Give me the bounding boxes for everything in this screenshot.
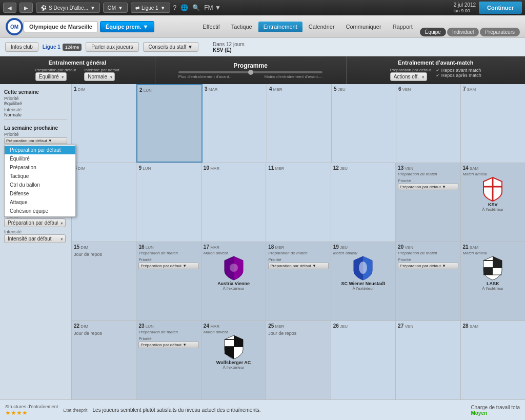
day-21: 21 SAM Match amical LA [461, 242, 525, 321]
globe-icon[interactable]: 🌐 [180, 4, 188, 11]
prog-title: Programme [233, 62, 268, 69]
prep-group: Préparation par défaut Équilibré [35, 68, 76, 81]
day-15: 15 DIM Jour de repos [72, 242, 136, 321]
training-header: Entraînement général Préparation par déf… [0, 56, 525, 84]
chevron-icon: ▼ [90, 5, 95, 11]
dropdown-item-2[interactable]: Préparation [5, 163, 75, 172]
tab-communiquer[interactable]: Communiquer [341, 22, 387, 32]
lask-shield [463, 255, 523, 281]
prog-right-label: Moins d'entraînement d'avant-... [265, 74, 323, 79]
day-9: 9 LUN [136, 163, 201, 242]
avant-title: Entraînement d'avant-match [398, 59, 473, 66]
three-priority-select[interactable]: Préparation par défaut [4, 218, 66, 227]
day-13-content: Préparation de match Priorité Préparatio… [398, 172, 458, 190]
tab-rapport[interactable]: Rapport [388, 22, 418, 32]
dropdown-item-6[interactable]: Attaque [5, 198, 75, 207]
current-week-label: Cette semaine [4, 89, 67, 95]
avant-prep-label: Préparation par défaut [390, 68, 431, 72]
tab-calendrier[interactable]: Calendrier [304, 22, 340, 32]
structures-label: Structures d'entraînement [5, 404, 58, 409]
day-4: 4 MER [267, 84, 332, 163]
workload-label: Charge de travail tota [471, 405, 520, 410]
dropdown-item-1[interactable]: Équilibré [5, 154, 75, 163]
day-14-content: Match amical KSV À l'extérieur [463, 172, 523, 212]
team-prem-button[interactable]: Équipe prem. ▼ [100, 21, 154, 32]
league-name: Ligue 1 [43, 44, 60, 50]
help-icon[interactable]: ? [173, 4, 177, 11]
calendar-row-2: 8 DIM 9 LUN 10 MAR 11 MER 12 JEU 13 VEN … [72, 163, 525, 242]
general-title: Entraînement général [49, 59, 106, 66]
club-logo: OM [5, 17, 24, 36]
prog-slider[interactable] [178, 71, 323, 73]
competition-selector[interactable]: OM ▼ [103, 3, 128, 13]
wiener-shield [333, 255, 393, 281]
calendar-sidebar: Cette semaine Priorité Équilibré Intensi… [0, 84, 72, 399]
current-week-section: Cette semaine Priorité Équilibré Intensi… [4, 87, 67, 120]
day-19-content: Match amical SC Wiener Neustadt À l'exté… [333, 251, 393, 291]
three-priority-select-wrap: Préparation par défaut [4, 218, 66, 227]
day-20-content: Préparation de match Priorité Préparatio… [398, 251, 458, 269]
infos-club-button[interactable]: Infos club [5, 42, 38, 52]
day-1: 1 DIM [72, 84, 136, 163]
day-17: 17 MAR Match amical Austria Vienne À l'e… [201, 242, 266, 321]
next-priority-select[interactable]: Préparation par défaut ▼ [4, 137, 67, 144]
day-13-select[interactable]: Préparation par défaut ▼ [398, 184, 458, 190]
day-23-select[interactable]: Préparation par défaut ▼ [138, 342, 198, 348]
prep-select-wrap: Équilibré [35, 72, 67, 81]
day-18-select[interactable]: Préparation par défaut ▼ [268, 263, 328, 269]
back-button[interactable]: ◀ [3, 3, 16, 13]
search-icon[interactable]: 🔍 [192, 4, 200, 11]
current-priority-label: Priorité [4, 96, 67, 101]
day-21-content: Match amical LASK À l'extérieur [463, 251, 523, 291]
structures-section: Structures d'entraînement ★★★★ [5, 404, 58, 416]
dropdown-item-3[interactable]: Tactique [5, 172, 75, 181]
tab-entrainement[interactable]: Entraînement [258, 22, 302, 32]
position-badge: 12ème [63, 44, 82, 51]
main-area: Cette semaine Priorité Équilibré Intensi… [0, 84, 525, 399]
continue-button[interactable]: Continuer [479, 2, 522, 14]
team-selector[interactable]: ⚽ S Devyn D'albe... ▼ [36, 3, 100, 13]
prog-labels: Plus d'entraînement d'avant-... Moins d'… [178, 74, 323, 79]
three-intensity-label: Intensité [4, 229, 67, 234]
day-20-select[interactable]: Préparation par défaut ▼ [398, 263, 458, 269]
parler-button[interactable]: Parler aux joueurs [86, 42, 138, 52]
prep-select[interactable]: Équilibré [35, 72, 67, 81]
svg-point-5 [230, 264, 238, 272]
tab-tactique[interactable]: Tactique [226, 22, 257, 32]
day-17-content: Match amical Austria Vienne À l'extérieu… [204, 251, 264, 291]
subtab-individuel[interactable]: Individuel [447, 28, 479, 36]
dropdown-item-5[interactable]: Défense [5, 189, 75, 198]
three-intensity-select[interactable]: Intensité par défaut [4, 234, 66, 243]
day-18: 18 MER Préparation de match Priorité Pré… [266, 242, 331, 321]
subtab-equipe[interactable]: Équipe [420, 28, 446, 36]
next-priority-label: Priorité [4, 132, 67, 137]
league-selector[interactable]: ⇄ Ligue 1 ▼ [131, 3, 170, 13]
day-16-select[interactable]: Préparation par défaut ▼ [138, 263, 198, 269]
subtab-preparateurs[interactable]: Préparateurs [480, 28, 520, 36]
day-25: 25 MER Jour de repos [266, 321, 331, 399]
intensity-select[interactable]: Normale [84, 72, 115, 81]
day-23: 23 LUN Préparation de match Priorité Pré… [136, 321, 201, 399]
bottom-status-text: Les joueurs semblent plutôt satisfaits d… [93, 407, 466, 413]
programme-section: Programme Plus d'entraînement d'avant-..… [155, 56, 347, 84]
dropdown-item-4[interactable]: Ctrl du ballon [5, 181, 75, 189]
avant-check2: ✓ Repos après match [436, 73, 481, 78]
fm-menu[interactable]: FM ▼ [204, 4, 221, 11]
intensity-label: Intensité par défaut [84, 68, 119, 72]
day-22: 22 DIM Jour de repos [72, 321, 136, 399]
day-16: 16 LUN Préparation de match Priorité Pré… [136, 242, 201, 321]
day-28: 28 SAM [461, 321, 525, 399]
dropdown-item-0[interactable]: Préparation par défaut [5, 146, 75, 154]
avant-prep-select[interactable]: Actions off. [390, 72, 427, 81]
tab-effectif[interactable]: Effectif [197, 22, 225, 32]
forward-button[interactable]: ▶ [19, 3, 33, 13]
nav-tabs: Effectif Tactique Entraînement Calendrie… [197, 22, 417, 32]
calendar-row-3: 15 DIM Jour de repos 16 LUN Préparation … [72, 242, 525, 321]
conseils-button[interactable]: Conseils du staff ▼ [143, 42, 198, 52]
workload-section: Charge de travail tota Moyen [471, 405, 520, 416]
ksv-shield [463, 176, 523, 202]
dropdown-item-7[interactable]: Cohésion équipe [5, 207, 75, 215]
day-16-content: Préparation de match Priorité Préparatio… [138, 251, 198, 269]
club-name-button[interactable]: Olympique de Marseille [24, 21, 98, 32]
day-3: 3 MAR [203, 84, 267, 163]
